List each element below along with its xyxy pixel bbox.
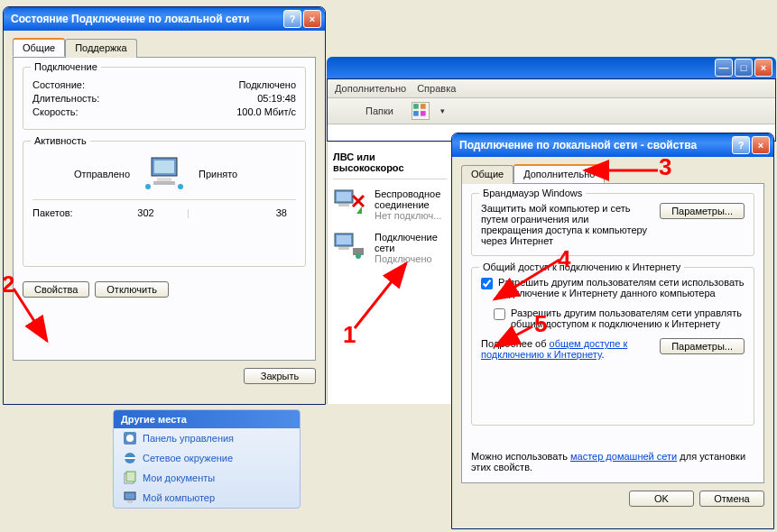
item-status: Нет подключ... [375, 210, 447, 221]
annotation-4: 4 [558, 245, 570, 273]
explorer-toolbar: Папки ▾ [328, 98, 775, 124]
view-icon[interactable] [412, 102, 430, 120]
close-button[interactable]: × [752, 136, 770, 154]
allow-control-checkbox[interactable] [494, 308, 505, 320]
svg-rect-27 [127, 500, 133, 503]
minimize-button[interactable]: — [715, 59, 733, 77]
speed-label: Скорость: [32, 106, 79, 117]
svg-rect-23 [125, 457, 135, 459]
svg-rect-25 [126, 472, 135, 482]
received-value: 38 [205, 207, 296, 218]
svg-rect-26 [125, 492, 135, 500]
ok-button[interactable]: OK [629, 491, 694, 507]
speed-value: 100.0 Мбит/с [236, 106, 296, 117]
help-button[interactable]: ? [732, 136, 750, 154]
group-legend: Подключение [31, 61, 101, 72]
svg-rect-10 [337, 235, 351, 244]
svg-rect-6 [338, 204, 349, 206]
item-status: Подключено [375, 253, 447, 264]
tab-general[interactable]: Общие [13, 38, 65, 57]
annotation-3: 3 [659, 153, 671, 181]
traffic-icon [143, 156, 186, 192]
explorer-pane: ЛВС или высокоскорос Беспроводное соедин… [327, 142, 453, 404]
sidebar-item-label: Мои документы [143, 472, 215, 483]
panel-title: Другие места [114, 410, 300, 428]
annotation-1: 1 [343, 321, 356, 349]
cancel-button[interactable]: Отмена [699, 491, 764, 507]
sidebar-item-label: Мой компьютер [143, 492, 215, 503]
svg-point-19 [178, 184, 183, 189]
disable-button[interactable]: Отключить [95, 281, 169, 298]
svg-rect-17 [153, 181, 175, 185]
svg-rect-5 [337, 192, 351, 201]
sidebar-item-computer[interactable]: Мой компьютер [114, 488, 300, 508]
close-button[interactable]: × [754, 59, 772, 77]
menu-help[interactable]: Справка [417, 83, 456, 94]
status-dialog: Состояние Подключение по локальной сети … [3, 6, 326, 405]
info-prefix: Подробнее об [481, 338, 550, 349]
close-dialog-button[interactable]: Закрыть [244, 368, 316, 384]
tab-support[interactable]: Поддержка [65, 39, 136, 58]
dialog-title: Подключение по локальной сети - свойства [458, 139, 732, 151]
section-heading: ЛВС или высокоскорос [333, 151, 447, 173]
control-panel-icon [123, 431, 137, 445]
sent-value: 302 [105, 207, 187, 218]
properties-button[interactable]: Свойства [23, 281, 89, 298]
allow-share-checkbox[interactable] [481, 278, 493, 289]
firewall-group: Брандмауэр Windows Защитить мой компьюте… [471, 193, 754, 256]
annotation-2: 2 [2, 271, 14, 298]
svg-rect-3 [421, 111, 426, 116]
svg-rect-16 [157, 178, 171, 181]
folders-label[interactable]: Папки [365, 105, 393, 116]
ics-group: Общий доступ к подключению к Интернету Р… [471, 267, 754, 426]
nav-blank-icon [333, 102, 351, 120]
group-legend: Активность [31, 135, 90, 146]
maximize-button[interactable]: □ [735, 59, 753, 77]
documents-icon [123, 471, 137, 485]
item-title: Беспроводное соединение [375, 188, 447, 210]
sidebar-item-label: Сетевое окружение [143, 453, 233, 463]
dialog-title: Состояние Подключение по локальной сети [9, 13, 283, 25]
network-item-wireless[interactable]: Беспроводное соединение Нет подключ... [333, 188, 447, 221]
network-item-lan[interactable]: Подключение сети Подключено [333, 232, 447, 264]
duration-label: Длительность: [32, 93, 99, 104]
svg-rect-1 [421, 104, 426, 109]
explorer-menubar: Дополнительно Справка [328, 79, 775, 98]
received-label: Принято [186, 169, 296, 179]
group-legend: Брандмауэр Windows [479, 188, 586, 198]
network-icon [123, 451, 137, 465]
sidebar-item-control-panel[interactable]: Панель управления [114, 428, 300, 448]
sidebar-item-network[interactable]: Сетевое окружение [114, 448, 300, 468]
close-button[interactable]: × [303, 10, 321, 28]
sidebar-item-label: Панель управления [143, 433, 234, 444]
other-places-panel: Другие места Панель управления Сетевое о… [113, 409, 301, 509]
properties-dialog: Подключение по локальной сети - свойства… [451, 133, 774, 529]
svg-point-18 [145, 184, 151, 189]
wizard-link[interactable]: мастер домашней сети [570, 451, 677, 462]
packets-label: Пакетов: [32, 207, 105, 218]
group-legend: Общий доступ к подключению к Интернету [479, 261, 684, 272]
state-label: Состояние: [32, 79, 85, 90]
wireless-disabled-icon [333, 188, 367, 219]
tab-general[interactable]: Общие [461, 165, 513, 184]
state-value: Подключено [238, 79, 296, 90]
menu-extra[interactable]: Дополнительно [335, 83, 406, 94]
lan-connected-icon [333, 232, 367, 262]
sidebar-item-documents[interactable]: Мои документы [114, 468, 300, 488]
tab-advanced[interactable]: Дополнительно [513, 164, 605, 183]
duration-value: 05:19:48 [257, 93, 296, 104]
annotation-5: 5 [534, 310, 547, 338]
activity-group: Активность Отправлено Принято Пакетов: 3… [23, 141, 306, 267]
item-title: Подключение сети [375, 232, 447, 253]
explorer-titlebar: — □ × [327, 57, 776, 78]
svg-point-21 [126, 435, 134, 442]
computer-icon [123, 491, 137, 505]
firewall-text: Защитить мой компьютер и сеть путем огра… [481, 203, 652, 246]
ics-params-button[interactable]: Параметры... [660, 338, 745, 354]
firewall-params-button[interactable]: Параметры... [660, 203, 745, 219]
help-button[interactable]: ? [283, 10, 301, 28]
svg-point-13 [356, 253, 361, 259]
svg-rect-11 [338, 247, 349, 250]
connection-group: Подключение Состояние:Подключено Длитель… [23, 67, 306, 130]
svg-rect-15 [154, 161, 174, 173]
